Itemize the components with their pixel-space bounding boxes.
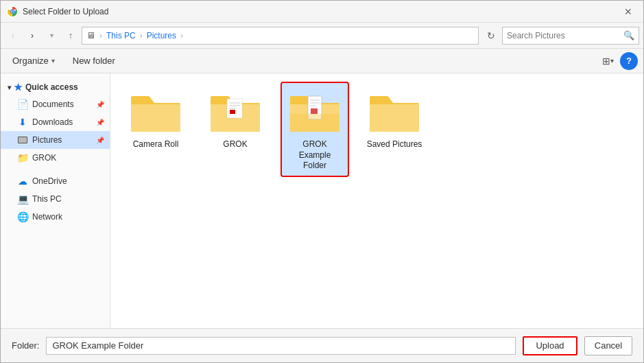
quick-access-star-icon: ★ [14,82,23,93]
help-label: ? [626,56,632,66]
cancel-button[interactable]: Cancel [584,336,632,355]
address-pictures[interactable]: Pictures [147,31,176,40]
search-box[interactable]: 🔍 [502,27,639,45]
title-bar-left: Select Folder to Upload [6,5,108,18]
close-button[interactable]: ✕ [619,2,638,21]
help-button[interactable]: ? [620,52,638,70]
file-grid: Camera Roll [121,82,632,177]
folder-camera-roll-icon [128,87,183,137]
organize-button[interactable]: Organize ▾ [6,53,61,69]
forward-button[interactable]: › [24,27,40,44]
view-icon: ⊞ [602,56,610,67]
thispc-icon: 💻 [17,194,28,204]
folder-grok-example[interactable]: GROK Example Folder [281,82,349,177]
folder-grok-label: GROK [223,139,247,150]
svg-point-4 [12,10,14,12]
dropdown-arrow-button[interactable]: ▾ [43,27,60,44]
search-icon[interactable]: 🔍 [623,30,634,40]
sidebar-grok-label: GROK [32,153,104,163]
pictures-pin-icon: 📌 [96,137,104,144]
sidebar-documents-label: Documents [32,99,92,109]
sidebar-item-onedrive[interactable]: ☁ OneDrive [1,172,110,190]
documents-icon: 📄 [17,99,28,110]
sidebar-network-label: Network [32,212,104,222]
downloads-icon: ⬇ [17,117,28,128]
folder-camera-roll[interactable]: Camera Roll [121,82,190,177]
folder-name-input[interactable] [46,337,516,355]
pictures-icon [17,134,28,145]
chrome-icon [6,5,19,18]
dialog-window: Select Folder to Upload ✕ ‹ › ▾ ↑ 🖥 › Th… [0,0,644,363]
folder-grok[interactable]: GROK [201,82,270,177]
folder-grok-icon [208,87,263,137]
documents-pin-icon: 📌 [96,101,104,108]
folder-saved-pictures-icon [367,87,422,137]
sidebar: ▾ ★ Quick access 📄 Documents 📌 ⬇ Downloa… [1,73,110,328]
svg-rect-11 [230,110,235,114]
title-bar-title: Select Folder to Upload [23,7,108,16]
address-thispc[interactable]: This PC [106,31,136,40]
svg-rect-16 [311,108,318,114]
sidebar-downloads-label: Downloads [32,117,92,127]
folder-field-label: Folder: [12,340,39,351]
organize-dropdown-icon: ▾ [51,57,55,65]
new-folder-label: New folder [73,56,115,66]
sidebar-pictures-label: Pictures [32,135,92,145]
quick-access-header[interactable]: ▾ ★ Quick access [1,79,110,95]
toolbar: Organize ▾ New folder ⊞ ▾ ? [1,49,643,73]
search-input[interactable] [507,31,621,40]
svg-rect-6 [19,137,27,143]
organize-label: Organize [12,56,49,66]
sidebar-thispc-label: This PC [32,194,104,204]
main-content: ▾ ★ Quick access 📄 Documents 📌 ⬇ Downloa… [1,73,643,328]
quick-access-label: Quick access [25,82,78,92]
onedrive-icon: ☁ [17,176,28,187]
folder-camera-roll-label: Camera Roll [133,139,179,150]
folder-saved-pictures[interactable]: Saved Pictures [360,82,429,177]
sidebar-item-thispc[interactable]: 💻 This PC [1,190,110,208]
grok-folder-icon: 📁 [17,152,28,163]
new-folder-button[interactable]: New folder [67,53,121,69]
refresh-button[interactable]: ↻ [483,27,499,44]
sidebar-item-network[interactable]: 🌐 Network [1,208,110,226]
view-dropdown-icon: ▾ [610,57,614,65]
toolbar-right: ⊞ ▾ ? [598,52,638,70]
back-button[interactable]: ‹ [5,27,21,44]
upload-button[interactable]: Upload [523,336,577,355]
view-button[interactable]: ⊞ ▾ [598,52,617,70]
address-folder-icon: 🖥 [86,30,95,40]
sidebar-item-documents[interactable]: 📄 Documents 📌 [1,95,110,113]
nav-bar: ‹ › ▾ ↑ 🖥 › This PC › Pictures › ↻ 🔍 [1,23,643,49]
address-bar[interactable]: 🖥 › This PC › Pictures › [82,27,479,45]
file-area: Camera Roll [110,73,643,328]
folder-grok-example-label: GROK Example Folder [286,139,344,172]
sidebar-item-downloads[interactable]: ⬇ Downloads 📌 [1,113,110,131]
quick-access-chevron: ▾ [8,84,11,91]
sidebar-item-grok[interactable]: 📁 GROK [1,149,110,167]
sidebar-item-pictures[interactable]: Pictures 📌 [1,131,110,149]
downloads-pin-icon: 📌 [96,119,104,126]
bottom-bar: Folder: Upload Cancel [1,328,643,362]
folder-grok-example-icon [287,87,342,137]
title-bar: Select Folder to Upload ✕ [1,1,643,23]
up-button[interactable]: ↑ [62,27,79,44]
network-icon: 🌐 [17,211,28,222]
sidebar-onedrive-label: OneDrive [32,176,104,186]
folder-saved-pictures-label: Saved Pictures [367,139,422,150]
